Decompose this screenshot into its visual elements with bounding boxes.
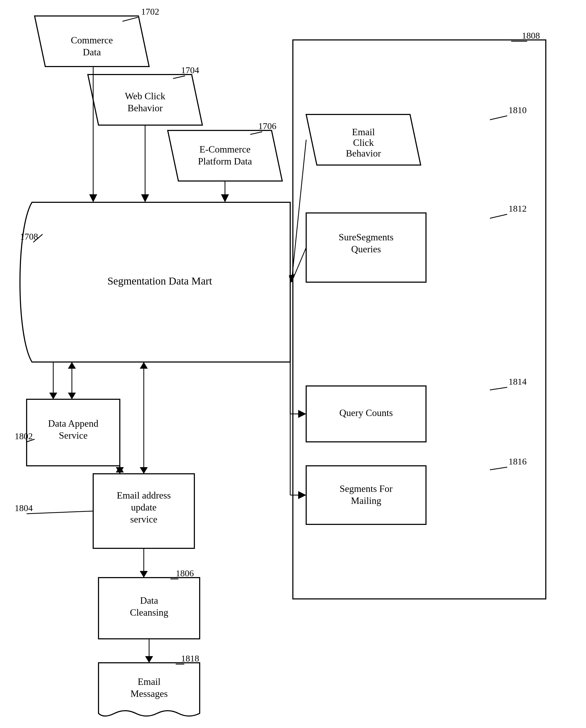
svg-line-29	[490, 467, 507, 470]
ecommerce-label: E-Commerce	[199, 144, 251, 155]
svg-line-39	[27, 511, 93, 514]
architecture-diagram: 1808 Commerce Data 1702 Web Click Behavi…	[0, 0, 586, 728]
svg-marker-10	[89, 194, 97, 202]
diagram-container: 1808 Commerce Data 1702 Web Click Behavi…	[0, 0, 586, 728]
svg-marker-37	[68, 393, 76, 399]
sure-segments-label: SureSegments	[339, 232, 393, 242]
segmentation-mart-label: Segmentation Data Mart	[107, 275, 212, 287]
svg-marker-45	[140, 467, 148, 474]
svg-line-16	[490, 116, 507, 120]
ref-1804: 1804	[15, 503, 33, 513]
svg-marker-12	[141, 194, 149, 202]
svg-line-24	[490, 387, 507, 390]
svg-marker-49	[140, 571, 148, 578]
email-click-label: Email	[352, 127, 375, 137]
data-cleansing-label: Data	[140, 595, 158, 606]
svg-marker-52	[145, 656, 153, 663]
email-messages-label2: Messages	[130, 688, 168, 699]
svg-marker-14	[221, 194, 229, 202]
svg-marker-27	[298, 410, 306, 418]
svg-line-21	[291, 248, 306, 282]
commerce-data-label: Commerce	[71, 35, 113, 46]
svg-marker-54	[49, 393, 57, 399]
ref-1806: 1806	[176, 568, 194, 578]
data-append-label2: Service	[59, 430, 87, 441]
svg-line-17	[291, 140, 306, 282]
data-append-label: Data Append	[48, 418, 99, 429]
svg-marker-32	[298, 491, 306, 499]
email-messages-label: Email	[138, 676, 160, 687]
ref-1808: 1808	[522, 31, 540, 41]
svg-marker-44	[140, 362, 148, 369]
ref-1706: 1706	[258, 121, 276, 131]
ref-1704: 1704	[181, 65, 199, 75]
ecommerce-label2: Platform Data	[198, 156, 252, 166]
data-cleansing-label2: Cleansing	[130, 607, 168, 618]
svg-rect-0	[293, 40, 546, 599]
segments-mailing-label: Segments For	[339, 484, 392, 494]
ref-1818: 1818	[181, 653, 199, 663]
svg-marker-6	[168, 130, 282, 181]
web-click-label2: Behavior	[128, 103, 163, 113]
ref-1814: 1814	[509, 376, 527, 387]
ref-1812: 1812	[509, 204, 527, 213]
segments-mailing-label2: Mailing	[351, 495, 381, 506]
ref-1810: 1810	[509, 105, 527, 115]
svg-line-3	[123, 17, 138, 21]
ref-1802: 1802	[15, 431, 33, 441]
svg-rect-28	[306, 466, 426, 524]
svg-line-7	[250, 132, 262, 134]
svg-line-5	[173, 76, 185, 79]
email-click-label2: Click	[353, 137, 374, 148]
ref-1816: 1816	[509, 457, 527, 466]
svg-line-20	[490, 214, 507, 218]
email-click-label3: Behavior	[346, 148, 381, 159]
email-update-label3: service	[130, 514, 157, 525]
email-update-label2: update	[131, 502, 157, 513]
ref-1702: 1702	[141, 7, 159, 17]
query-counts-label: Query Counts	[339, 408, 393, 418]
commerce-data-label2: Data	[83, 47, 101, 57]
svg-marker-36	[68, 362, 76, 369]
email-update-label: Email address	[117, 490, 171, 501]
sure-segments-label2: Queries	[351, 244, 381, 255]
web-click-label: Web Click	[125, 91, 165, 101]
